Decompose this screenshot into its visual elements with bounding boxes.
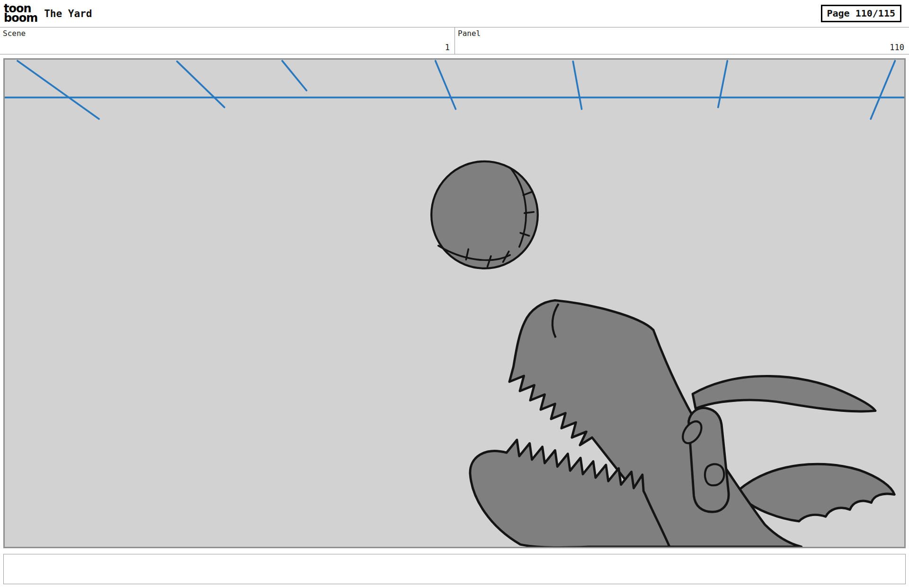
fence-lines bbox=[5, 61, 904, 119]
storyboard-page: toon boom The Yard Page 110/115 Scene 1 … bbox=[0, 0, 909, 588]
fence-post bbox=[871, 61, 895, 119]
storyboard-drawing bbox=[5, 60, 904, 547]
panel-label: Panel bbox=[458, 29, 481, 38]
panel-value: 110 bbox=[890, 43, 904, 52]
ball bbox=[431, 161, 538, 268]
ear-lower bbox=[739, 464, 894, 521]
fence-post bbox=[718, 61, 728, 107]
fence-post bbox=[177, 62, 224, 107]
caption-wrap bbox=[0, 548, 909, 584]
header: toon boom The Yard Page 110/115 bbox=[0, 0, 909, 27]
toonboom-logo: toon boom bbox=[4, 4, 37, 23]
creature bbox=[470, 300, 894, 547]
ball-seam-stitch bbox=[525, 212, 534, 213]
nostril bbox=[705, 464, 724, 486]
scene-cell: Scene 1 bbox=[0, 27, 454, 54]
info-bar: Scene 1 Panel 110 bbox=[0, 27, 909, 54]
caption-box bbox=[3, 554, 906, 584]
ball-body bbox=[431, 161, 538, 268]
fence-post bbox=[18, 61, 99, 119]
logo-line-2: boom bbox=[4, 14, 37, 23]
storyboard-panel-wrap bbox=[0, 54, 909, 548]
page-indicator: Page 110/115 bbox=[821, 5, 902, 22]
ear-upper bbox=[693, 376, 875, 411]
scene-label: Scene bbox=[3, 29, 26, 38]
storyboard-panel bbox=[3, 58, 906, 548]
fence-post bbox=[282, 61, 306, 90]
fence-post bbox=[436, 61, 456, 109]
scene-value: 1 bbox=[445, 43, 450, 52]
page-title: The Yard bbox=[44, 8, 92, 19]
panel-cell: Panel 110 bbox=[454, 27, 909, 54]
fence-post bbox=[573, 62, 581, 109]
